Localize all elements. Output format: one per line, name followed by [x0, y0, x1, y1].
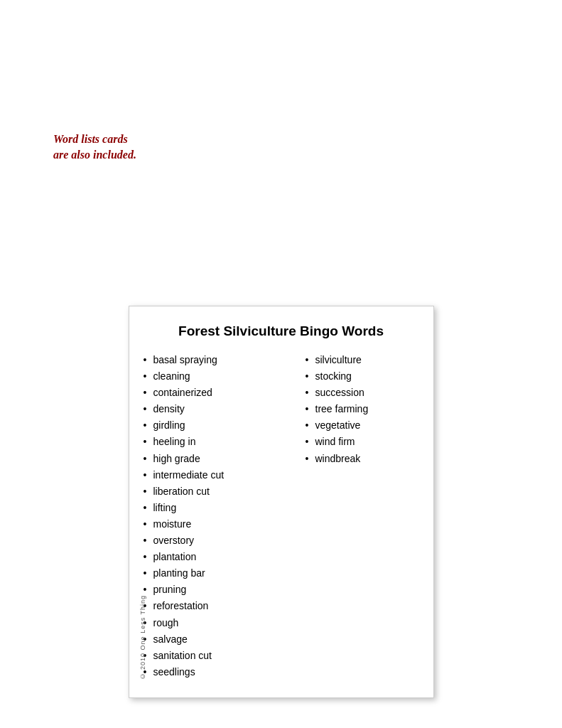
- copyright-text: © 2010 One Less Thing: [139, 595, 146, 680]
- list-item: wind firm: [306, 434, 419, 450]
- list-item: plantation: [144, 549, 298, 565]
- card-title: Forest Silviculture Bingo Words: [144, 323, 419, 339]
- list-item: tree farming: [306, 401, 419, 417]
- list-item: high grade: [144, 451, 298, 467]
- list-item: intermediate cut: [144, 467, 298, 483]
- list-item: overstory: [144, 532, 298, 549]
- list-item: silviculture: [306, 352, 419, 368]
- list-item: planting bar: [144, 565, 298, 582]
- list-item: stocking: [306, 368, 419, 385]
- word-lists-label: Word lists cards are also included.: [53, 132, 136, 164]
- list-item: girdling: [144, 417, 298, 434]
- list-item: salvage: [144, 631, 298, 648]
- list-item: sanitation cut: [144, 648, 298, 664]
- list-item: succession: [306, 385, 419, 401]
- bingo-word-card: Forest Silviculture Bingo Words basal sp…: [129, 306, 434, 698]
- list-item: liberation cut: [144, 483, 298, 500]
- list-item: moisture: [144, 516, 298, 532]
- page-container: Word lists cards are also included. Fore…: [0, 0, 562, 728]
- list-item: windbreak: [306, 451, 419, 467]
- right-word-list: silviculturestockingsuccessiontree farmi…: [306, 352, 419, 467]
- columns-wrapper: basal sprayingcleaningcontainerizeddensi…: [144, 352, 419, 680]
- list-item: rough: [144, 615, 298, 631]
- left-word-list: basal sprayingcleaningcontainerizeddensi…: [144, 352, 298, 680]
- list-item: heeling in: [144, 434, 298, 450]
- list-item: basal spraying: [144, 352, 298, 368]
- right-column: silviculturestockingsuccessiontree farmi…: [306, 352, 419, 467]
- list-item: cleaning: [144, 368, 298, 385]
- list-item: pruning: [144, 582, 298, 598]
- list-item: lifting: [144, 500, 298, 516]
- list-item: reforestation: [144, 598, 298, 614]
- list-item: containerized: [144, 385, 298, 401]
- list-item: vegetative: [306, 417, 419, 434]
- left-column: basal sprayingcleaningcontainerizeddensi…: [144, 352, 306, 680]
- list-item: density: [144, 401, 298, 417]
- list-item: seedlings: [144, 664, 298, 680]
